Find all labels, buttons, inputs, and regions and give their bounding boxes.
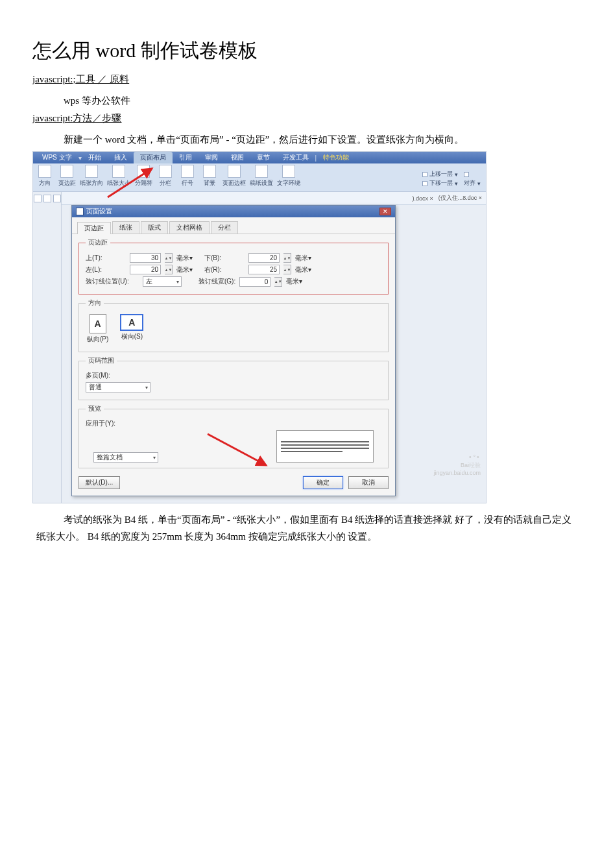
qat-icon[interactable] [53, 195, 61, 202]
tab-insert[interactable]: 插入 [108, 152, 134, 163]
rib-bg[interactable]: 背景 [200, 165, 219, 187]
close-button[interactable]: ✕ [379, 208, 391, 215]
steps-heading: javascript:方法／步骤 [32, 112, 581, 125]
dlg-tab-grid[interactable]: 文档网格 [169, 221, 210, 234]
tab-sections[interactable]: 章节 [250, 152, 276, 163]
direction-icon [38, 165, 51, 178]
left-label: 左(L): [86, 265, 126, 274]
bottom-label: 下(B): [204, 254, 245, 263]
group-icon [464, 172, 469, 177]
dlg-tab-paper[interactable]: 纸张 [112, 221, 139, 234]
spinner-icon[interactable]: ▲▼ [283, 265, 291, 274]
tab-dev[interactable]: 开发工具 [276, 152, 315, 163]
breaks-icon [137, 165, 150, 178]
spinner-icon[interactable]: ▲▼ [165, 265, 173, 274]
qat-icon[interactable] [34, 195, 42, 202]
rib-border[interactable]: 页面边框 [222, 165, 246, 187]
rib-margins[interactable]: 页边距 [58, 165, 76, 187]
bring-forward-icon [422, 172, 427, 177]
dialog-icon [76, 208, 84, 215]
rib-lineno[interactable]: 行号 [178, 165, 197, 187]
doc-tab[interactable]: (仅入住...8.doc × [439, 194, 482, 202]
quick-access-bar [33, 192, 62, 503]
rib-columns[interactable]: 分栏 [156, 165, 174, 187]
multipage-select[interactable]: 普通 [86, 382, 150, 392]
tab-special[interactable]: 特色功能 [317, 152, 355, 163]
papersize-icon [112, 165, 125, 178]
gutter-width-input[interactable]: 0 [239, 277, 270, 287]
tab-start[interactable]: 开始 [82, 152, 108, 163]
border-icon [228, 165, 241, 178]
document-page: 怎么用 word 制作试卷模板 javascript:;工具 ／ 原料 wps … [0, 0, 613, 545]
preview-group: 预览 应用于(Y): 整篇文档 [78, 404, 389, 468]
tab-view[interactable]: 视图 [224, 152, 250, 163]
dlg-tab-margins[interactable]: 页边距 [77, 222, 111, 234]
rib-papersize[interactable]: 纸张大小 [107, 165, 130, 187]
dlg-tab-layout[interactable]: 版式 [141, 221, 168, 234]
pages-group: 页码范围 多页(M): 普通 [78, 356, 389, 400]
default-button[interactable]: 默认(D)... [78, 476, 120, 489]
link-prefix: javascript: [32, 113, 73, 123]
apply-select[interactable]: 整篇文档 [93, 452, 158, 463]
multipage-label: 多页(M): [86, 371, 126, 380]
tools-heading: javascript:;工具 ／ 原料 [32, 73, 581, 86]
lineno-icon [181, 165, 194, 178]
margins-icon [60, 165, 73, 178]
qat-icon[interactable] [43, 195, 51, 202]
right-input[interactable]: 25 [248, 265, 280, 274]
document-area: ).docx × (仅入住...8.doc × 页面设置 ✕ 页边距 纸张 版式 [33, 192, 486, 503]
rib-orientation[interactable]: 纸张方向 [80, 165, 103, 187]
spinner-icon[interactable]: ▲▼ [274, 277, 282, 287]
rib-wrap[interactable]: 文字环绕 [277, 165, 300, 187]
dialog-titlebar: 页面设置 ✕ [72, 206, 395, 217]
doc-tab[interactable]: ).docx × [412, 195, 433, 202]
background-icon [203, 165, 216, 178]
columns-icon [159, 165, 172, 178]
unit: 毫米▾ [286, 277, 302, 286]
gutter-pos-select[interactable]: 左 [143, 276, 182, 287]
top-label: 上(T): [86, 254, 126, 263]
tab-references[interactable]: 引用 [173, 152, 198, 163]
unit: 毫米▾ [176, 254, 193, 263]
spinner-icon[interactable]: ▲▼ [283, 253, 291, 263]
apply-label: 应用于(Y): [86, 419, 115, 428]
landscape-icon: A [120, 314, 143, 331]
app-name: WPS 文字 [36, 152, 78, 163]
ribbon-tab-bar: WPS 文字 ▾ 开始 插入 页面布局 引用 审阅 视图 章节 开发工具 | 特… [33, 152, 486, 163]
send-back-icon [422, 181, 427, 186]
preview-thumbnail [276, 430, 374, 463]
bottom-input[interactable]: 20 [248, 253, 280, 263]
pages-legend: 页码范围 [86, 356, 117, 365]
unit: 毫米▾ [295, 254, 311, 263]
rib-arrange: 上移一层 ▾ 下移一层 ▾对齐 ▾ [422, 170, 483, 187]
genko-icon [255, 165, 268, 178]
left-input[interactable]: 20 [130, 265, 161, 274]
margins-group: 页边距 上(T): 30▲▼ 毫米▾ 下(B): 20▲▼ 毫米▾ 左(L): [78, 238, 389, 295]
unit: 毫米▾ [176, 265, 193, 274]
orientation-portrait[interactable]: A 纵向(P) [87, 314, 108, 344]
cancel-button[interactable]: 取消 [348, 476, 389, 489]
page-setup-dialog: 页面设置 ✕ 页边距 纸张 版式 文档网格 分栏 页边距 [71, 205, 396, 496]
dialog-buttons: 默认(D)... 确定 取消 [72, 472, 395, 489]
orientation-landscape[interactable]: A 横向(S) [120, 314, 143, 344]
orientation-group: 方向 A 纵向(P) A 横向(S) [78, 298, 389, 352]
top-input[interactable]: 30 [130, 253, 161, 263]
watermark-logo-icon: ∘°∘ [433, 453, 481, 461]
step2-text: 考试的纸张为 B4 纸，单击“页面布局” - “纸张大小”，假如里面有 B4 纸… [36, 511, 577, 545]
rib-direction[interactable]: 方向 [36, 165, 54, 187]
rib-genko[interactable]: 稿纸设置 [250, 165, 273, 187]
step1-text: 新建一个 word 文档，单击“页面布局” - “页边距”，然后进行如下设置。设… [64, 134, 581, 146]
dlg-tab-columns[interactable]: 分栏 [211, 221, 238, 234]
tab-page-layout[interactable]: 页面布局 [134, 152, 173, 163]
page-title: 怎么用 word 制作试卷模板 [32, 38, 581, 64]
dialog-title: 页面设置 [86, 208, 112, 215]
portrait-icon: A [90, 314, 106, 333]
spinner-icon[interactable]: ▲▼ [165, 253, 173, 263]
ok-button[interactable]: 确定 [303, 476, 343, 489]
document-tabs: ).docx × (仅入住...8.doc × [62, 192, 486, 205]
rib-breaks[interactable]: 分隔符 [134, 165, 152, 187]
link-text: 工具 ／ 原料 [76, 74, 130, 84]
link-text: 方法／步骤 [73, 113, 121, 123]
tab-review[interactable]: 审阅 [198, 152, 224, 163]
ribbon-toolbar: 方向 页边距 纸张方向 纸张大小 分隔符 分栏 行号 背景 页面边框 稿纸设置 … [33, 163, 486, 192]
